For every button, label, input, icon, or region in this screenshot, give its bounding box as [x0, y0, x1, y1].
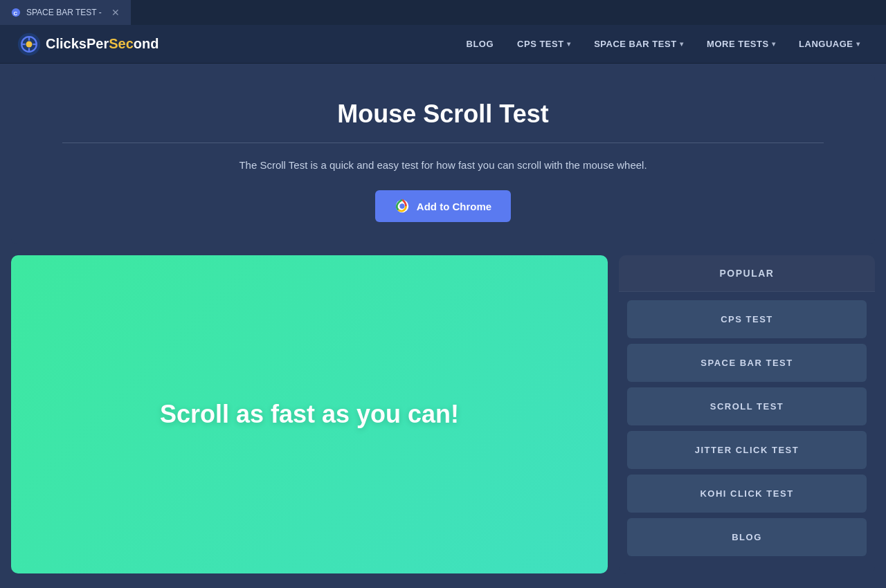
nav-link-blog[interactable]: BLOG — [457, 33, 504, 55]
chevron-down-icon: ▾ — [772, 40, 776, 48]
nav-item-cps-test: CPS TEST ▾ — [507, 33, 580, 55]
svg-point-10 — [399, 203, 404, 208]
scroll-test-area[interactable]: Scroll as fast as you can! — [11, 255, 608, 573]
nav-link-language[interactable]: LANGUAGE ▾ — [789, 33, 869, 55]
nav-item-blog: BLOG — [457, 33, 504, 55]
chevron-down-icon: ▾ — [856, 40, 860, 48]
svg-point-4 — [26, 41, 33, 47]
tab-title: SPACE BAR TEST - — [26, 8, 102, 17]
chrome-icon — [395, 199, 410, 214]
add-to-chrome-button[interactable]: Add to Chrome — [375, 190, 511, 222]
nav-link-more-tests[interactable]: MORE TESTS ▾ — [697, 33, 785, 55]
sidebar: POPULAR CPS TEST SPACE BAR TEST SCROLL T… — [619, 255, 875, 573]
sidebar-link-scroll-test[interactable]: SCROLL TEST — [627, 387, 867, 425]
sidebar-link-space-bar-test[interactable]: SPACE BAR TEST — [627, 344, 867, 382]
nav-item-space-bar-test: SPACE BAR TEST ▾ — [584, 33, 693, 55]
chevron-down-icon: ▾ — [567, 40, 571, 48]
sidebar-link-jitter-click-test[interactable]: JITTER CLICK TEST — [627, 431, 867, 469]
sidebar-links: CPS TEST SPACE BAR TEST SCROLL TEST JITT… — [619, 292, 875, 564]
hero-section: Mouse Scroll Test The Scroll Test is a q… — [11, 75, 875, 244]
scroll-area-prompt: Scroll as fast as you can! — [160, 400, 459, 429]
hero-divider — [62, 143, 824, 143]
nav-link-cps-test[interactable]: CPS TEST ▾ — [507, 33, 580, 55]
navbar: ClicksPerSecond BLOG CPS TEST ▾ SPACE BA… — [0, 25, 886, 64]
logo-icon — [17, 32, 42, 57]
svg-text:C: C — [14, 10, 18, 17]
navbar-nav: BLOG CPS TEST ▾ SPACE BAR TEST ▾ MORE TE… — [457, 33, 869, 55]
logo[interactable]: ClicksPerSecond — [17, 32, 159, 57]
sidebar-link-cps-test[interactable]: CPS TEST — [627, 300, 867, 338]
sidebar-popular-header: POPULAR — [619, 255, 875, 292]
nav-item-language: LANGUAGE ▾ — [789, 33, 869, 55]
main-content: Scroll as fast as you can! POPULAR CPS T… — [0, 244, 886, 585]
logo-text: ClicksPerSecond — [46, 36, 159, 52]
page-title: Mouse Scroll Test — [28, 100, 858, 129]
tab-close-icon[interactable]: ✕ — [111, 7, 120, 18]
browser-tab[interactable]: C SPACE BAR TEST - ✕ — [0, 0, 132, 25]
nav-item-more-tests: MORE TESTS ▾ — [697, 33, 785, 55]
sidebar-link-blog[interactable]: BLOG — [627, 518, 867, 556]
sidebar-link-kohi-click-test[interactable]: KOHI CLICK TEST — [627, 475, 867, 513]
browser-tab-bar: C SPACE BAR TEST - ✕ — [0, 0, 886, 25]
chevron-down-icon: ▾ — [680, 40, 684, 48]
hero-description: The Scroll Test is a quick and easy test… — [28, 157, 858, 174]
nav-link-space-bar-test[interactable]: SPACE BAR TEST ▾ — [584, 33, 693, 55]
tab-favicon-icon: C — [11, 8, 21, 17]
